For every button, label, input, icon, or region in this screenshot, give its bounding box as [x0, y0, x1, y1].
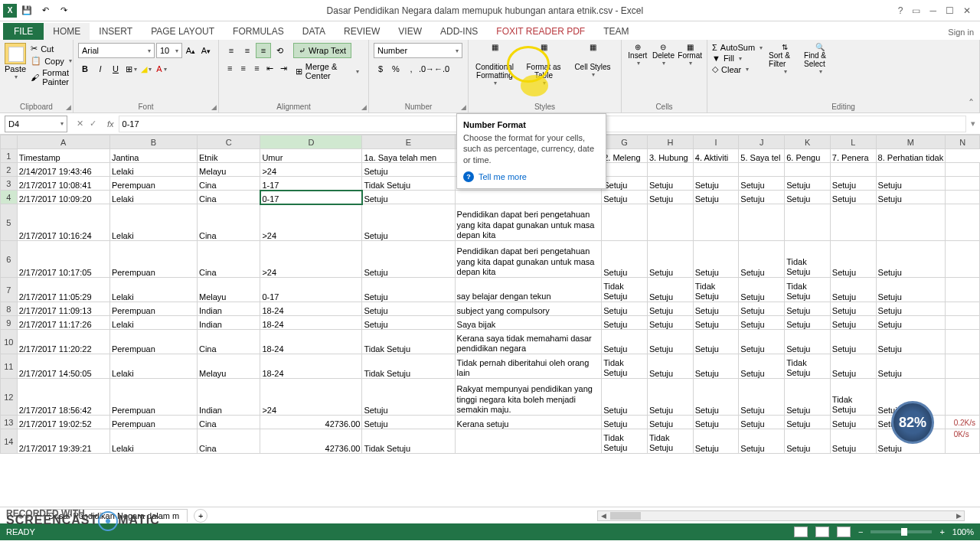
- cell-N11[interactable]: [946, 354, 980, 379]
- paste-button[interactable]: Paste ▾: [5, 43, 26, 101]
- tab-addins[interactable]: ADD-INS: [431, 23, 487, 40]
- cell-M5[interactable]: [876, 204, 946, 241]
- cell-F6[interactable]: Pendidikan dapat beri pengetahuan yang k…: [455, 241, 602, 278]
- cell-G1[interactable]: 2. Meleng: [602, 149, 648, 163]
- cell-E1[interactable]: 1a. Saya telah men: [362, 149, 455, 163]
- decrease-decimal-button[interactable]: ←.0: [435, 61, 449, 77]
- cancel-entry-icon[interactable]: ✕: [77, 119, 83, 129]
- scroll-right-icon[interactable]: ▶: [953, 512, 964, 520]
- row-header-11[interactable]: 11: [1, 354, 18, 379]
- cell-D1[interactable]: Umur: [260, 149, 362, 163]
- cell-I10[interactable]: Setuju: [693, 330, 739, 354]
- cell-A10[interactable]: 2/17/2017 11:20:22: [17, 330, 109, 354]
- col-header-G[interactable]: G: [602, 135, 648, 149]
- cell-I6[interactable]: Setuju: [693, 241, 739, 278]
- orientation-button[interactable]: ⟲: [272, 43, 287, 58]
- cell-N3[interactable]: [946, 177, 980, 191]
- border-button[interactable]: ⊞▾: [124, 61, 138, 77]
- cell-C7[interactable]: Melayu: [197, 278, 260, 302]
- cell-A5[interactable]: 2/17/2017 10:16:24: [17, 204, 109, 241]
- cell-G4[interactable]: Setuju: [602, 191, 648, 204]
- cell-G8[interactable]: Setuju: [602, 302, 648, 316]
- row-header-1[interactable]: 1: [1, 149, 18, 163]
- minimize-icon[interactable]: ─: [929, 5, 936, 16]
- cell-H8[interactable]: Setuju: [647, 302, 693, 316]
- increase-decimal-button[interactable]: .0→: [420, 61, 433, 77]
- align-left-button[interactable]: ≡: [224, 60, 237, 76]
- tooltip-help-link[interactable]: ?Tell me more: [463, 171, 599, 182]
- cell-K7[interactable]: Tidak Setuju: [785, 278, 831, 302]
- cell-B2[interactable]: Lelaki: [109, 163, 197, 177]
- cell-D6[interactable]: >24: [260, 241, 362, 278]
- expand-formula-icon[interactable]: ▾: [966, 119, 980, 129]
- scroll-thumb[interactable]: [610, 512, 641, 520]
- cell-E7[interactable]: Setuju: [362, 278, 455, 302]
- cell-L12[interactable]: Tidak Setuju: [830, 379, 876, 416]
- cell-B7[interactable]: Lelaki: [109, 278, 197, 302]
- horizontal-scrollbar[interactable]: ◀ ▶: [597, 510, 965, 521]
- row-header-5[interactable]: 5: [1, 204, 18, 241]
- cell-D4[interactable]: 0-17: [260, 191, 362, 204]
- cell-G11[interactable]: Tidak Setuju: [602, 354, 648, 379]
- cell-B9[interactable]: Lelaki: [109, 316, 197, 330]
- clear-button[interactable]: ◇Clear▾: [712, 64, 763, 74]
- increase-font-icon[interactable]: A▴: [184, 43, 198, 58]
- cell-C2[interactable]: Melayu: [197, 163, 260, 177]
- cell-F8[interactable]: subject yang compulsory: [455, 302, 602, 316]
- cell-K1[interactable]: 6. Pengu: [785, 149, 831, 163]
- cell-M11[interactable]: Setuju: [876, 354, 946, 379]
- cell-L13[interactable]: Setuju: [830, 416, 876, 429]
- cell-H9[interactable]: Setuju: [647, 316, 693, 330]
- cell-G3[interactable]: Setuju: [602, 177, 648, 191]
- cell-D11[interactable]: 18-24: [260, 354, 362, 379]
- cell-J14[interactable]: Setuju: [739, 429, 785, 454]
- fill-color-button[interactable]: ◢▾: [139, 61, 153, 77]
- file-tab[interactable]: FILE: [3, 23, 44, 40]
- cell-A12[interactable]: 2/17/2017 18:56:42: [17, 379, 109, 416]
- cell-F14[interactable]: [455, 429, 602, 454]
- cell-M4[interactable]: Setuju: [876, 191, 946, 204]
- col-header-H[interactable]: H: [647, 135, 693, 149]
- col-header-B[interactable]: B: [109, 135, 197, 149]
- cell-J5[interactable]: [739, 204, 785, 241]
- cell-J10[interactable]: Setuju: [739, 330, 785, 354]
- cell-B11[interactable]: Lelaki: [109, 354, 197, 379]
- cell-L9[interactable]: Setuju: [830, 316, 876, 330]
- cell-I2[interactable]: [693, 163, 739, 177]
- cell-K8[interactable]: Setuju: [785, 302, 831, 316]
- cell-H5[interactable]: [647, 204, 693, 241]
- cell-M9[interactable]: Setuju: [876, 316, 946, 330]
- cell-D8[interactable]: 18-24: [260, 302, 362, 316]
- cell-C4[interactable]: Cina: [197, 191, 260, 204]
- row-header-8[interactable]: 8: [1, 302, 18, 316]
- format-painter-button[interactable]: 🖌Format Painter: [29, 67, 74, 87]
- cell-F5[interactable]: Pendidikan dapat beri pengetahuan yang k…: [455, 204, 602, 241]
- ribbon-options-icon[interactable]: ▭: [912, 5, 920, 16]
- cell-G14[interactable]: Tidak Setuju: [602, 429, 648, 454]
- cell-E11[interactable]: Tidak Setuju: [362, 354, 455, 379]
- tab-page-layout[interactable]: PAGE LAYOUT: [142, 23, 224, 40]
- cell-E8[interactable]: Setuju: [362, 302, 455, 316]
- cell-D2[interactable]: >24: [260, 163, 362, 177]
- percent-button[interactable]: %: [389, 61, 403, 77]
- decrease-indent-button[interactable]: ⇤: [264, 60, 277, 76]
- cell-A6[interactable]: 2/17/2017 10:17:05: [17, 241, 109, 278]
- cell-D13[interactable]: 42736.00: [260, 416, 362, 429]
- cell-G9[interactable]: Setuju: [602, 316, 648, 330]
- cell-L10[interactable]: Setuju: [830, 330, 876, 354]
- zoom-percent[interactable]: 100%: [952, 527, 974, 536]
- help-icon[interactable]: ?: [898, 5, 903, 16]
- cell-M8[interactable]: Setuju: [876, 302, 946, 316]
- name-box[interactable]: D4▾: [5, 116, 67, 132]
- cell-A11[interactable]: 2/17/2017 14:50:05: [17, 354, 109, 379]
- increase-indent-button[interactable]: ⇥: [277, 60, 290, 76]
- cell-E10[interactable]: Tidak Setuju: [362, 330, 455, 354]
- cell-L8[interactable]: Setuju: [830, 302, 876, 316]
- cell-J6[interactable]: Setuju: [739, 241, 785, 278]
- cell-F11[interactable]: Tidak pernah diberitahui oleh orang lain: [455, 354, 602, 379]
- format-as-table-button[interactable]: ▦Format as Table▾: [522, 43, 565, 86]
- cell-E5[interactable]: Setuju: [362, 204, 455, 241]
- cell-B13[interactable]: Perempuan: [109, 416, 197, 429]
- zoom-in-icon[interactable]: +: [939, 527, 944, 536]
- cell-D5[interactable]: >24: [260, 204, 362, 241]
